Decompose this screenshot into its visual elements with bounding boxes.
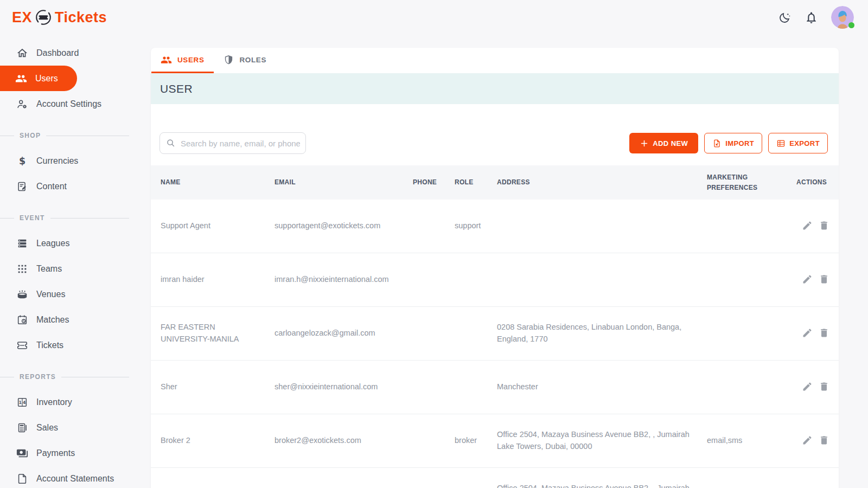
cell-actions [796, 327, 839, 340]
moon-icon[interactable] [778, 11, 792, 24]
delete-user-button[interactable] [818, 381, 831, 394]
statements-icon [16, 473, 28, 485]
avatar[interactable] [831, 6, 854, 29]
column-header-address: ADDRESS [497, 177, 707, 188]
sidebar-item-account-settings[interactable]: Account Settings [0, 91, 141, 117]
delete-user-button[interactable] [818, 220, 831, 233]
app-logo[interactable]: EX Tickets [12, 9, 107, 26]
sidebar-item-matches[interactable]: Matches [0, 307, 141, 332]
table-row: imran haiderimran.h@nixxieinternational.… [151, 253, 839, 307]
sidebar-item-label: Venues [36, 290, 65, 299]
column-header-phone: PHONE [413, 177, 455, 188]
file-import-icon [712, 139, 722, 148]
sidebar-item-label: Users [35, 74, 58, 84]
sidebar-section-event: EVENT [0, 214, 141, 222]
column-header-email: EMAIL [275, 177, 413, 188]
sidebar-item-label: Inventory [36, 397, 72, 407]
import-label: IMPORT [725, 139, 754, 147]
delete-icon [819, 328, 829, 340]
edit-user-button[interactable] [801, 273, 814, 286]
tab-bar: USERS ROLES [151, 48, 839, 73]
sidebar-item-teams[interactable]: Teams [0, 256, 141, 281]
sidebar-item-currencies[interactable]: $Currencies [0, 148, 141, 174]
section-heading-label: REPORTS [20, 373, 56, 381]
sidebar-item-users[interactable]: Users [0, 66, 77, 91]
table-row: Support Agentsupportagent@exotickets.com… [151, 200, 839, 253]
column-header-name: NAME [161, 177, 275, 188]
sidebar-item-account-statements[interactable]: Account Statements [0, 466, 141, 488]
cell-email: supportagent@exotickets.com [275, 220, 413, 232]
edit-user-button[interactable] [801, 220, 814, 233]
sidebar-item-payments[interactable]: Payments [0, 440, 141, 466]
cell-email: sher@nixxieinternational.com [275, 381, 413, 393]
brand-suffix: Tickets [55, 9, 107, 26]
tab-users[interactable]: USERS [151, 48, 214, 73]
sidebar-item-label: Tickets [36, 341, 63, 350]
search-input[interactable] [159, 132, 306, 154]
cell-actions [796, 273, 839, 286]
cell-address: Manchester [497, 381, 707, 393]
sidebar-item-leagues[interactable]: Leagues [0, 230, 141, 256]
edit-user-button[interactable] [801, 434, 814, 447]
toolbar-buttons: ADD NEW IMPORT EXPORT [629, 133, 828, 153]
cell-actions [796, 434, 839, 447]
bell-icon[interactable] [805, 11, 818, 24]
cell-address: Office 2504, Mazaya Business Avenue BB2,… [497, 483, 707, 488]
svg-text:$: $ [19, 155, 25, 166]
delete-user-button[interactable] [818, 434, 831, 447]
table-row: Office 2504, Mazaya Business Avenue BB2,… [151, 468, 839, 488]
sidebar-item-sales[interactable]: Sales [0, 415, 141, 440]
sidebar-item-venues[interactable]: Venues [0, 281, 141, 307]
edit-icon [802, 220, 813, 233]
sidebar-item-content[interactable]: Content [0, 174, 141, 199]
sidebar: DashboardUsersAccount SettingsSHOP$Curre… [0, 35, 141, 488]
users-icon [15, 73, 27, 85]
cell-actions [796, 381, 839, 394]
page-title: USER [160, 82, 193, 95]
sidebar-item-label: Dashboard [36, 48, 79, 58]
delete-user-button[interactable] [818, 273, 831, 286]
sidebar-item-label: Payments [36, 448, 75, 458]
cell-role: support [455, 220, 497, 232]
cell-email: broker2@exotickets.com [275, 435, 413, 447]
brand-ticket-icon [35, 9, 52, 26]
sidebar-section-reports: REPORTS [0, 373, 141, 381]
sidebar-section-shop: SHOP [0, 132, 141, 139]
section-heading-label: SHOP [20, 132, 41, 139]
table-row: Broker 2broker2@exotickets.combrokerOffi… [151, 414, 839, 468]
sidebar-item-tickets[interactable]: Tickets [0, 332, 141, 358]
delete-icon [819, 274, 829, 286]
delete-icon [819, 381, 829, 394]
tab-roles[interactable]: ROLES [214, 48, 276, 73]
export-button[interactable]: EXPORT [768, 133, 828, 153]
teams-icon [16, 263, 28, 275]
toolbar: ADD NEW IMPORT EXPORT [151, 132, 839, 154]
add-new-button[interactable]: ADD NEW [629, 133, 698, 153]
spreadsheet-export-icon [776, 139, 786, 148]
cell-email: carloangelozack@gmail.com [275, 328, 413, 339]
payments-icon [16, 447, 28, 459]
cell-address: Office 2504, Mazaya Business Avenue BB2,… [497, 429, 707, 453]
cell-name: Support Agent [161, 220, 275, 232]
edit-user-button[interactable] [801, 381, 814, 394]
users-icon [161, 54, 172, 66]
svg-text:4: 4 [23, 400, 26, 405]
brand-prefix: EX [12, 9, 32, 26]
edit-user-button[interactable] [801, 327, 814, 340]
sidebar-item-dashboard[interactable]: Dashboard [0, 40, 141, 66]
inventory-icon: 14 [16, 396, 28, 408]
cell-email: imran.h@nixxieinternational.com [275, 274, 413, 286]
shield-icon [223, 54, 234, 66]
sidebar-item-label: Currencies [36, 156, 78, 166]
top-bar: EX Tickets [0, 0, 868, 35]
currency-icon: $ [16, 155, 28, 167]
sidebar-item-inventory[interactable]: 14Inventory [0, 389, 141, 415]
import-button[interactable]: IMPORT [704, 133, 762, 153]
content-icon [16, 181, 28, 192]
leagues-icon [16, 237, 28, 249]
delete-user-button[interactable] [818, 327, 831, 340]
sidebar-item-label: Account Settings [36, 99, 101, 109]
cell-name: imran haider [161, 274, 275, 286]
cell-address: 0208 Sarabia Residences, Linabuan London… [497, 322, 707, 345]
venues-icon [16, 288, 28, 300]
